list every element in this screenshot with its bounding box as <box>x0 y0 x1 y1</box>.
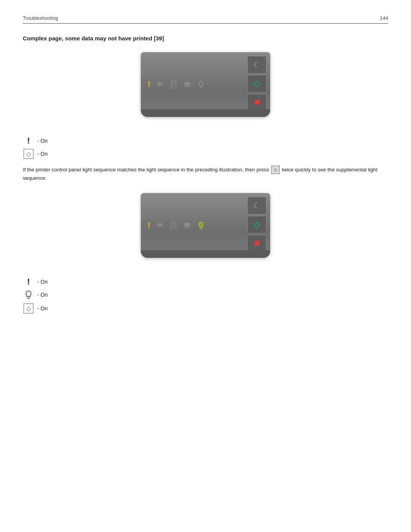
go-diamond-icon-2: ◇ <box>254 220 260 230</box>
pulse-icon-2 <box>156 221 164 230</box>
sleep-button-2[interactable]: ☾ <box>247 197 266 214</box>
svg-rect-2 <box>171 81 176 88</box>
cancel-x-icon-1: ✖ <box>253 98 260 108</box>
body-text: If the printer control panel light seque… <box>23 166 388 182</box>
bulb-icon-2-lit <box>197 221 205 230</box>
printer-panel-2: ! <box>141 193 270 258</box>
legend-diamond-icon-2: ◇ <box>23 304 34 313</box>
page-icon-2 <box>169 221 178 230</box>
printer-panel-2-container: ! <box>23 193 388 267</box>
pulse-icon-1 <box>156 80 164 89</box>
go-button-2[interactable]: ◇ <box>247 216 266 233</box>
legend-diamond-icon-1: ◇ <box>23 149 34 159</box>
svg-point-6 <box>184 82 191 84</box>
legend-exclamation-icon-2: ! <box>23 278 34 286</box>
section-title: Complex page, some data may not have pri… <box>23 35 388 42</box>
moon-icon-2: ☾ <box>253 201 260 210</box>
toner-icon-1 <box>183 80 191 89</box>
panel-1-buttons: ☾ ◇ ✖ <box>247 56 266 112</box>
panel-1-icons-row: ! <box>148 80 205 89</box>
printer-panel-1-container: ! <box>23 52 388 126</box>
panel-2-bottom <box>141 250 270 258</box>
legend-diamond-text-2: - On <box>37 305 48 312</box>
moon-icon-1: ☾ <box>253 60 260 69</box>
bulb-legend-svg <box>24 290 33 300</box>
header-left: Troubleshooting <box>23 15 58 21</box>
go-button-1[interactable]: ◇ <box>247 75 266 93</box>
sleep-button-1[interactable]: ☾ <box>247 56 266 73</box>
panel-2-buttons: ☾ ◇ ✖ <box>247 197 266 252</box>
legend-exclamation-icon-1: ! <box>23 137 34 145</box>
svg-rect-10 <box>171 222 176 229</box>
legend-item-exclamation-2: ! - On <box>23 278 388 286</box>
panel-1-bottom <box>141 109 270 117</box>
toner-icon-2 <box>183 221 191 230</box>
legend-item-diamond-2: ◇ - On <box>23 304 388 313</box>
cancel-x-icon-2: ✖ <box>253 239 260 249</box>
svg-line-21 <box>25 292 26 292</box>
svg-point-14 <box>184 223 191 225</box>
inline-go-button[interactable]: ◇ <box>271 166 280 174</box>
legend-diamond-text-1: - On <box>37 151 48 157</box>
legend-item-exclamation-1: ! - On <box>23 137 388 145</box>
legend-item-diamond-1: ◇ - On <box>23 149 388 159</box>
panel-2-icons-row: ! <box>148 220 205 230</box>
legend-exclamation-text-2: - On <box>37 279 48 285</box>
legend-bulb-icon-2 <box>23 290 34 300</box>
exclamation-icon-2: ! <box>148 220 150 230</box>
printer-panel-1: ! <box>141 52 270 117</box>
legend-bulb-text-2: - On <box>37 292 48 298</box>
go-diamond-icon-1: ◇ <box>254 79 260 89</box>
svg-line-22 <box>32 292 32 292</box>
legend-exclamation-text-1: - On <box>37 138 48 144</box>
header-bar: Troubleshooting 144 <box>23 15 388 24</box>
legend-item-bulb-2: - On <box>23 290 388 300</box>
exclamation-icon-1: ! <box>148 80 150 89</box>
bulb-icon-1 <box>197 80 205 89</box>
header-right: 144 <box>380 15 388 21</box>
legend-section-1: ! - On ◇ - On <box>23 137 388 159</box>
inline-go-diamond-icon: ◇ <box>274 166 277 174</box>
legend-section-2: ! - On - On ◇ - On <box>23 278 388 313</box>
page-icon-1 <box>169 80 178 89</box>
